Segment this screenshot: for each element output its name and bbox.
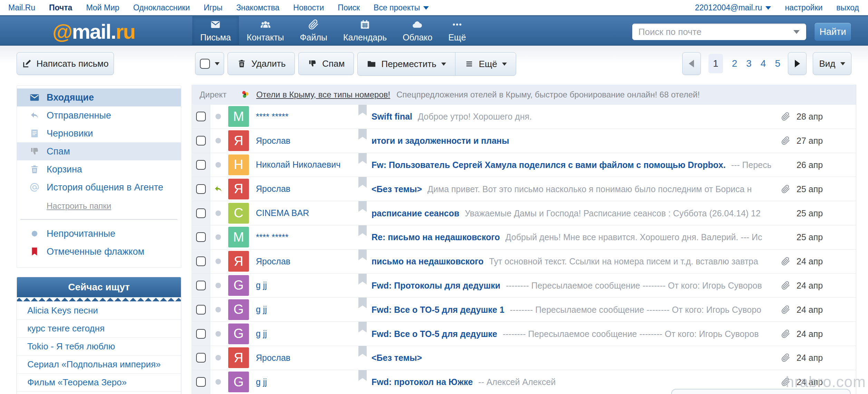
topbar-link-3[interactable]: Одноклассники	[133, 3, 190, 12]
flag-ribbon-icon[interactable]	[358, 250, 367, 260]
sidebar-item-0[interactable]: Непрочитанные	[17, 225, 181, 243]
ad-link[interactable]: Отели в Крыму, все типы номеров!	[256, 90, 390, 100]
email-row-0[interactable]: M **** ***** Swift finalДоброе утро! Хор…	[192, 105, 856, 129]
topbar-link-8[interactable]: Все проекты	[374, 3, 429, 12]
select-all-checkbox[interactable]	[200, 59, 210, 69]
settings-link[interactable]: настройки	[785, 3, 822, 12]
account-menu[interactable]: 22012004@mail.ru	[695, 3, 771, 12]
tab-5[interactable]: Ещё	[440, 16, 474, 45]
row-meta: 25 апр	[781, 208, 826, 218]
flag-ribbon-icon[interactable]	[358, 274, 367, 284]
top-navbar: Mail.RuПочтаМой МирОдноклассникиИгрыЗнак…	[0, 0, 868, 15]
more-button[interactable]: Ещё	[455, 53, 516, 75]
tab-label: Контакты	[247, 32, 284, 43]
email-row-2[interactable]: Н Николай Николаевич Fw: Пользователь Се…	[192, 153, 856, 177]
compose-button[interactable]: Написать письмо	[17, 52, 114, 75]
page-link-4[interactable]: 4	[761, 58, 766, 69]
sidebar-item-4[interactable]: Корзина	[17, 160, 181, 178]
trending-item-0[interactable]: Alicia Keys песни	[17, 301, 181, 319]
flag-ribbon-icon[interactable]	[358, 177, 367, 188]
tab-1[interactable]: Контакты	[239, 16, 292, 45]
row-meta: 24 апр	[781, 256, 826, 266]
email-row-7[interactable]: G g jj Fwd: Протоколы для дедушки-------…	[192, 274, 856, 298]
topbar-link-0[interactable]: Mail.Ru	[8, 3, 35, 12]
account-email: 22012004@mail.ru	[695, 3, 762, 12]
row-checkbox[interactable]	[196, 136, 206, 146]
flag-ribbon-icon[interactable]	[358, 105, 367, 115]
row-checkbox[interactable]	[196, 184, 206, 194]
row-meta: 25 апр	[781, 232, 826, 242]
topbar-link-7[interactable]: Поиск	[338, 3, 360, 12]
row-checkbox[interactable]	[196, 353, 206, 363]
flag-ribbon-icon[interactable]	[358, 370, 367, 381]
flag-ribbon-icon[interactable]	[358, 298, 367, 308]
prev-page-button[interactable]	[682, 52, 701, 75]
trending-item-5[interactable]: как сэкономить в отпуске	[17, 391, 181, 394]
subject: письмо на недашковского	[372, 256, 484, 266]
search-button[interactable]: Найти	[814, 22, 851, 41]
tab-4[interactable]: Облако	[395, 16, 440, 45]
page-link-3[interactable]: 3	[746, 58, 752, 69]
tab-3[interactable]: Календарь	[335, 16, 395, 45]
trending-item-3[interactable]: Сериал «Подпольная империя»	[17, 355, 181, 373]
page-link-2[interactable]: 2	[732, 58, 737, 69]
flag-ribbon-icon[interactable]	[358, 346, 367, 357]
sidebar-item-1[interactable]: Отправленные	[17, 106, 181, 124]
view-button[interactable]: Вид	[813, 52, 851, 75]
sidebar-item-0[interactable]: Входящие	[17, 88, 181, 106]
sidebar-item-2[interactable]: Черновики	[17, 124, 181, 142]
search-input[interactable]	[632, 23, 807, 40]
row-checkbox[interactable]	[196, 208, 206, 218]
mailru-logo[interactable]: @mail.ru	[52, 20, 135, 44]
email-row-1[interactable]: Я Ярослав итоги и задолженности и планы …	[192, 129, 856, 153]
sidebar-item-1[interactable]: Отмеченные флажком	[17, 243, 181, 261]
tab-2[interactable]: Файлы	[292, 16, 335, 45]
email-row-4[interactable]: C CINEMA BAR расписание сеансовУважаемые…	[192, 201, 856, 225]
topbar-link-6[interactable]: Новости	[293, 3, 324, 12]
row-checkbox[interactable]	[196, 329, 206, 339]
row-checkbox[interactable]	[196, 305, 206, 315]
trending-item-1[interactable]: курс тенге сегодня	[17, 319, 181, 337]
row-meta: 24 апр	[781, 329, 826, 339]
topbar-link-2[interactable]: Мой Мир	[86, 3, 119, 12]
email-row-5[interactable]: M **** ***** Re: письмо на недашковского…	[192, 225, 856, 250]
topbar-link-4[interactable]: Игры	[204, 3, 222, 12]
flag-ribbon-icon[interactable]	[358, 129, 367, 140]
row-checkbox[interactable]	[196, 281, 206, 290]
select-all-button[interactable]	[195, 52, 224, 75]
row-meta: 24 апр	[781, 304, 826, 315]
row-checkbox[interactable]	[196, 256, 206, 266]
flag-ribbon-icon[interactable]	[358, 201, 367, 212]
attachment-paperclip-icon	[781, 112, 790, 121]
row-checkbox-cell	[192, 298, 210, 321]
trending-item-2[interactable]: Tokio - Я тебя люблю	[17, 337, 181, 355]
email-row-6[interactable]: Я Ярослав письмо на недашковскогоТут осн…	[192, 250, 856, 274]
row-checkbox[interactable]	[196, 377, 206, 387]
sidebar-item-3[interactable]: Спам	[17, 142, 181, 160]
email-row-3[interactable]: Я Ярослав <Без темы>Дима привет. Вот это…	[192, 177, 856, 201]
spam-button[interactable]: Спам	[298, 52, 354, 75]
email-row-8[interactable]: G g jj Fwd: Все о ТО-5 для дедушке 1----…	[192, 298, 856, 322]
configure-folders-link[interactable]: Настроить папки	[47, 201, 181, 211]
flag-ribbon-icon[interactable]	[358, 153, 367, 164]
flag-ribbon-icon[interactable]	[358, 225, 367, 236]
row-checkbox[interactable]	[196, 160, 206, 170]
sidebar-item-5[interactable]: История общения в Агенте	[17, 178, 181, 196]
flag-ribbon-icon[interactable]	[358, 322, 367, 332]
row-checkbox[interactable]	[196, 232, 206, 242]
email-row-10[interactable]: Я Ярослав <Без темы> 24 апр	[192, 346, 856, 370]
trending-item-4[interactable]: Фильм «Теорема Зеро»	[17, 373, 181, 391]
delete-button[interactable]: Удалить	[228, 52, 295, 75]
email-row-9[interactable]: G g jj Fwd: Все о ТО-5 для дедушке------…	[192, 322, 856, 346]
at-icon	[29, 182, 40, 193]
sender: Ярослав	[256, 256, 357, 266]
avatar: Я	[228, 251, 249, 272]
tab-0[interactable]: Письма	[192, 16, 239, 45]
move-button[interactable]: Переместить	[358, 53, 455, 75]
next-page-button[interactable]	[788, 52, 807, 75]
topbar-link-5[interactable]: Знакомства	[236, 3, 279, 12]
row-checkbox[interactable]	[196, 112, 206, 121]
topbar-link-1[interactable]: Почта	[49, 3, 72, 12]
page-link-5[interactable]: 5	[775, 58, 780, 69]
logout-link[interactable]: выход	[836, 3, 859, 12]
